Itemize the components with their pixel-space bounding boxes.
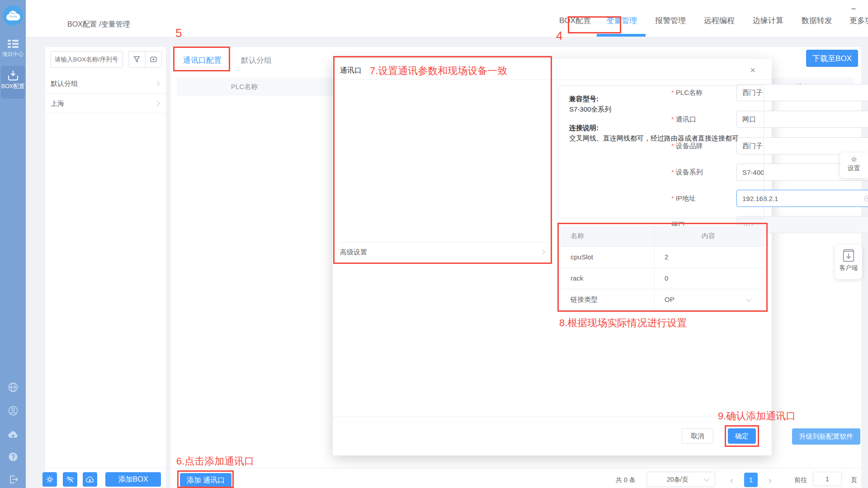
page-size-value: 20条/页 xyxy=(667,476,688,484)
download-to-box-button[interactable]: 下载至BOX xyxy=(806,50,858,67)
group-row-shanghai[interactable]: 上海 xyxy=(45,94,166,113)
advanced-settings-row[interactable]: 高级设置 xyxy=(340,243,548,263)
nav-tab-more-functions[interactable]: 更多功能 xyxy=(849,15,868,28)
logo-text-line2: Config xyxy=(3,15,23,18)
breadcrumb: BOX配置 /变量管理 xyxy=(67,20,130,29)
group-label: 上海 xyxy=(51,99,64,108)
chevron-down-icon xyxy=(746,296,751,301)
settings-float-label: 设置 xyxy=(840,164,868,173)
param-value: OP xyxy=(665,296,675,303)
nav-tab-remote-programming[interactable]: 远程编程 xyxy=(704,15,735,28)
current-page-button[interactable]: 1 xyxy=(744,473,758,487)
advanced-settings-label: 高级设置 xyxy=(340,248,367,257)
param-row-rack: rack 0 xyxy=(561,268,764,289)
device-info-card: 兼容型号: S7-300全系列 连接说明: 交叉网线、直连网线都可，经过路由器或… xyxy=(558,85,764,219)
modal-footer-divider xyxy=(333,417,772,417)
box-settings-button[interactable] xyxy=(42,472,57,487)
clear-input-icon[interactable] xyxy=(863,194,868,202)
param-name: rack xyxy=(571,274,583,282)
group-row-default[interactable]: 默认分组 xyxy=(45,74,166,94)
search-input[interactable] xyxy=(51,51,123,68)
sidebar-help-icon[interactable] xyxy=(7,451,19,463)
param-name: 链接类型 xyxy=(571,296,598,304)
wifi-config-button[interactable] xyxy=(63,472,77,487)
client-float-label: 客户端 xyxy=(835,264,862,272)
modal-title: 通讯口 xyxy=(340,66,362,75)
modal-title-divider xyxy=(333,80,772,80)
param-col-value: 内容 xyxy=(702,232,715,240)
add-port-button[interactable]: 添加 通讯口 xyxy=(180,473,231,488)
download-tray-icon xyxy=(8,70,19,80)
nav-tab-box-config[interactable]: BOX配置 xyxy=(559,15,591,28)
sidebar-item-label: BOX配置 xyxy=(1,83,25,90)
page-size-select[interactable]: 20条/页 xyxy=(646,472,715,487)
compat-model-label: 兼容型号: xyxy=(569,95,599,103)
window-minimize-button[interactable]: – xyxy=(848,3,859,14)
folder-plus-icon xyxy=(150,56,157,63)
port-config-modal: 通讯口 × *PLC名称 *通讯口 网口 *设备品牌 西门子 *设备系列 S7-… xyxy=(333,59,772,455)
tab-default-group[interactable]: 默认分组 xyxy=(241,55,272,66)
chevron-right-icon xyxy=(155,81,160,86)
sidebar-item-label: 项目中心 xyxy=(0,51,26,58)
tab-port-config[interactable]: 通讯口配置 xyxy=(183,55,222,66)
sidebar-item-project-center[interactable]: 项目中心 xyxy=(0,39,26,62)
sidebar-item-box-config[interactable]: BOX配置 xyxy=(1,66,25,99)
pagination-total: 共 0 条 xyxy=(616,476,636,484)
group-label: 默认分组 xyxy=(51,80,78,88)
next-page-button[interactable]: › xyxy=(764,473,776,487)
goto-label: 前往 xyxy=(794,476,807,484)
annotation-step5-number: 5 xyxy=(175,26,182,40)
modal-close-button[interactable]: × xyxy=(746,63,760,77)
cloud-sync-button[interactable] xyxy=(83,472,97,487)
compat-model-value: S7-300全系列 xyxy=(569,105,611,114)
panel-footer-divider xyxy=(45,468,166,468)
add-group-button[interactable] xyxy=(146,52,162,67)
wifi-off-icon xyxy=(66,475,74,483)
filter-toolbox xyxy=(128,51,162,68)
top-header: BOX配置 /变量管理 BOX配置 变量管理 报警管理 远程编程 边缘计算 数据… xyxy=(26,0,868,37)
annotation-step8-text: 8.根据现场实际情况进行设置 xyxy=(559,316,687,330)
param-value: 0 xyxy=(665,274,668,282)
logo-text-line1: Box xyxy=(3,12,23,15)
confirm-button[interactable]: 确定 xyxy=(728,428,756,444)
page-unit-label: 页 xyxy=(851,476,857,484)
param-name: cpuSlot xyxy=(571,253,593,261)
connection-note-label: 连接说明: xyxy=(569,124,599,132)
nav-tab-edge-computing[interactable]: 边缘计算 xyxy=(753,15,783,28)
nav-tab-variable-mgmt[interactable]: 变量管理 xyxy=(606,15,637,28)
gear-icon xyxy=(46,475,54,483)
box-list-panel: 默认分组 上海 添加BOX xyxy=(45,47,166,488)
app-logo: Box Config xyxy=(3,5,23,26)
chevron-down-icon xyxy=(704,476,709,481)
sidebar-cloud-upload-icon[interactable] xyxy=(7,429,19,440)
project-list-icon xyxy=(8,40,19,48)
upgrade-software-button[interactable]: 升级到新配置软件 xyxy=(792,428,860,445)
cancel-button[interactable]: 取消 xyxy=(682,428,713,444)
chevron-right-icon xyxy=(540,249,545,254)
chevron-right-icon xyxy=(155,101,160,106)
footer-divider xyxy=(170,468,861,468)
gear-icon xyxy=(850,156,858,163)
sidebar-globe-icon[interactable] xyxy=(7,381,19,393)
connection-note-value: 交叉网线、直连网线都可，经过路由器或者直接连接都可 xyxy=(569,134,757,143)
add-box-button[interactable]: 添加BOX xyxy=(105,472,161,487)
param-value: 2 xyxy=(665,253,668,261)
param-col-name: 名称 xyxy=(571,232,584,240)
annotation-step4-number: 4 xyxy=(556,29,562,43)
goto-page-input[interactable] xyxy=(813,472,842,486)
client-download-float-button[interactable]: 客户端 xyxy=(835,245,862,279)
sidebar-user-icon[interactable] xyxy=(7,405,19,417)
param-row-link-type[interactable]: 链接类型 OP xyxy=(561,289,764,310)
column-plc-name: PLC名称 xyxy=(231,83,258,91)
filter-button[interactable] xyxy=(129,52,146,67)
cloud-upload-icon xyxy=(85,476,94,483)
sidebar: Box Config 项目中心 BOX配置 xyxy=(0,0,26,488)
nav-tab-alarm-mgmt[interactable]: 报警管理 xyxy=(655,15,686,28)
window-maximize-button[interactable]: ▢ xyxy=(865,3,868,14)
settings-float-button[interactable]: 设置 xyxy=(840,153,868,178)
param-table: 名称 内容 cpuSlot 2 rack 0 链接类型 OP xyxy=(561,226,764,310)
nav-tab-data-forwarding[interactable]: 数据转发 xyxy=(802,15,832,28)
prev-page-button[interactable]: ‹ xyxy=(726,473,737,487)
sidebar-logout-icon[interactable] xyxy=(7,474,19,485)
active-tab-underline xyxy=(597,34,646,37)
